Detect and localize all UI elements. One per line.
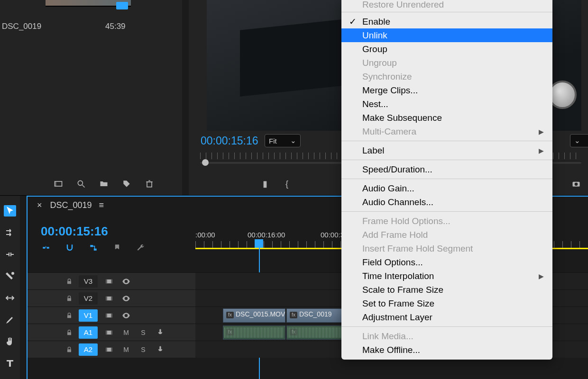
track-label[interactable]: V1 — [79, 309, 98, 322]
solo-button[interactable]: S — [138, 328, 149, 337]
track-output-icon[interactable] — [103, 311, 115, 320]
hand-tool[interactable] — [4, 336, 16, 347]
menu-item-scale-to-frame-size[interactable]: Scale to Frame Size — [341, 283, 552, 297]
menu-item-make-subsequence[interactable]: Make Subsequence — [341, 111, 552, 125]
linked-selection-icon[interactable] — [88, 243, 99, 253]
menu-item-label: Field Options... — [362, 257, 423, 268]
menu-item-label: Add Frame Hold — [362, 230, 428, 240]
menu-item-speed-duration[interactable]: Speed/Duration... — [341, 162, 552, 176]
svg-rect-31 — [106, 347, 107, 351]
type-tool[interactable] — [4, 358, 16, 369]
solo-button[interactable]: S — [138, 345, 149, 354]
playhead[interactable] — [255, 239, 263, 248]
project-panel: DSC_0019 45:39 — [0, 0, 182, 195]
sequence-name: DSC_0019 — [50, 200, 92, 210]
menu-item-make-offline[interactable]: Make Offline... — [341, 343, 552, 357]
eye-icon[interactable] — [120, 294, 132, 303]
menu-item-ungroup: Ungroup — [341, 56, 552, 70]
camera-icon[interactable] — [571, 179, 581, 189]
menu-item-audio-gain[interactable]: Audio Gain... — [341, 181, 552, 195]
lock-icon[interactable] — [65, 329, 73, 336]
menu-item-label: Set to Frame Size — [362, 298, 434, 309]
slip-tool[interactable] — [4, 292, 16, 304]
track-header[interactable]: V3 — [28, 273, 195, 289]
video-clip[interactable]: fxDSC_0015.MOV [ — [223, 308, 285, 323]
menu-separator — [341, 179, 552, 179]
mic-icon[interactable] — [155, 345, 166, 354]
filmstrip-icon[interactable] — [53, 179, 64, 189]
menu-item-label: Restore Unrendered — [362, 0, 444, 9]
resolution-dropdown[interactable]: ⌄ — [570, 134, 588, 147]
menu-item-adjustment-layer[interactable]: Adjustment Layer — [341, 310, 552, 324]
ruler-label: :00:00 — [195, 231, 215, 239]
svg-rect-27 — [111, 330, 112, 334]
track-header[interactable]: V1 — [28, 307, 195, 324]
track-output-icon[interactable] — [103, 294, 115, 303]
menu-item-enable[interactable]: ✓Enable — [341, 15, 552, 28]
snap-icon[interactable] — [64, 243, 75, 253]
menu-item-time-interpolation[interactable]: Time Interpolation▶ — [341, 269, 552, 283]
trash-icon[interactable] — [144, 179, 155, 189]
folder-icon[interactable] — [99, 179, 109, 189]
menu-item-group[interactable]: Group — [341, 42, 552, 56]
mute-button[interactable]: M — [120, 328, 132, 337]
timeline-tab[interactable]: × DSC_0019 ≡ — [37, 200, 102, 210]
track-label[interactable]: A2 — [79, 343, 98, 356]
mute-button[interactable]: M — [120, 345, 132, 354]
lock-icon[interactable] — [65, 295, 73, 302]
timeline-timecode[interactable]: 00:00:15:16 — [41, 224, 108, 239]
menu-item-add-frame-hold: Add Frame Hold — [341, 228, 552, 242]
chevron-down-icon: ⌄ — [574, 136, 580, 145]
marker-icon[interactable] — [112, 243, 122, 253]
clip-name[interactable]: DSC_0019 — [2, 22, 41, 31]
menu-separator — [341, 12, 552, 12]
monitor-timecode[interactable]: 00:00:15:16 — [201, 135, 258, 147]
menu-item-frame-hold-options: Frame Hold Options... — [341, 214, 552, 228]
track-header[interactable]: A2MS — [28, 341, 195, 358]
eye-icon[interactable] — [120, 311, 132, 320]
menu-item-merge-clips[interactable]: Merge Clips... — [341, 83, 552, 97]
mic-icon[interactable] — [155, 328, 166, 337]
menu-item-label: Link Media... — [362, 331, 413, 342]
close-icon[interactable]: × — [37, 200, 42, 210]
menu-item-field-options[interactable]: Field Options... — [341, 255, 552, 269]
lock-icon[interactable] — [65, 278, 73, 285]
ripple-tool[interactable] — [4, 249, 16, 260]
track-header[interactable]: V2 — [28, 290, 195, 307]
eye-icon[interactable] — [120, 277, 132, 286]
tag-icon[interactable] — [121, 179, 132, 189]
lock-icon[interactable] — [65, 312, 73, 319]
audio-clip[interactable]: fx — [223, 325, 285, 340]
track-select-tool[interactable] — [4, 227, 16, 238]
menu-item-multi-camera: Multi-Camera▶ — [341, 125, 552, 138]
menu-item-label: Scale to Frame Size — [362, 285, 443, 295]
track-label[interactable]: V3 — [79, 275, 98, 288]
menu-item-audio-channels[interactable]: Audio Channels... — [341, 195, 552, 209]
track-label[interactable]: A1 — [79, 326, 98, 339]
panel-menu-icon[interactable]: ≡ — [99, 200, 102, 210]
selection-tool[interactable] — [4, 205, 16, 217]
menu-item-label[interactable]: Label▶ — [341, 144, 552, 157]
menu-item-unlink[interactable]: Unlink — [341, 28, 552, 42]
wrench-icon[interactable] — [136, 243, 146, 253]
menu-item-nest[interactable]: Nest... — [341, 97, 552, 111]
svg-point-8 — [575, 183, 578, 186]
menu-item-set-to-frame-size[interactable]: Set to Frame Size — [341, 297, 552, 310]
svg-rect-14 — [106, 279, 107, 283]
track-header[interactable]: A1MS — [28, 324, 195, 341]
in-point-icon[interactable]: { — [282, 179, 292, 189]
pen-tool[interactable] — [4, 314, 16, 325]
marker-icon[interactable]: ▮ — [260, 179, 270, 189]
track-output-icon[interactable] — [103, 328, 115, 337]
zoom-fit-dropdown[interactable]: Fit ⌄ — [265, 134, 301, 147]
track-output-icon[interactable] — [103, 277, 115, 286]
razor-tool[interactable] — [4, 271, 16, 282]
track-output-icon[interactable] — [103, 345, 115, 354]
track-label[interactable]: V2 — [79, 292, 98, 305]
search-icon[interactable] — [76, 179, 86, 189]
svg-rect-15 — [111, 279, 112, 283]
fit-label: Fit — [269, 137, 277, 145]
svg-rect-22 — [106, 313, 107, 317]
lock-icon[interactable] — [65, 346, 73, 353]
insert-mode-icon[interactable] — [41, 243, 51, 253]
